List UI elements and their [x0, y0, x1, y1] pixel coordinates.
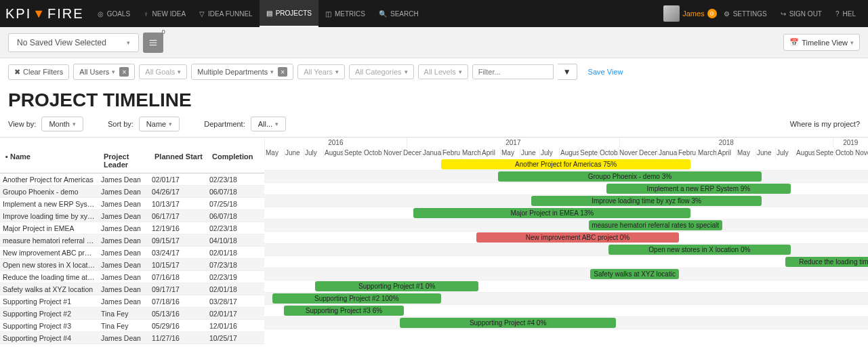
col-start[interactable]: Planned Start	[153, 151, 211, 170]
sliders-icon[interactable]	[143, 33, 163, 53]
nav-sign-out[interactable]: ↪SIGN OUT	[774, 0, 829, 27]
cell-start: 07/18/16	[149, 297, 207, 306]
gantt-bar[interactable]: Safety walks at XYZ locatic	[590, 269, 679, 279]
table-row[interactable]: Major Project in EMEAJames Dean12/19/160…	[0, 222, 264, 234]
departments-filter[interactable]: Multiple Departments▾×	[191, 64, 293, 80]
categories-filter[interactable]: All Categories▾	[349, 64, 413, 79]
table-row[interactable]: Implement a new ERP SystemJames Dean10/1…	[0, 198, 264, 210]
nav-settings[interactable]: ⚙SETTINGS	[717, 0, 774, 27]
goals-filter[interactable]: All Goals▾	[139, 64, 187, 79]
month-label: Febru	[441, 148, 461, 159]
year-header-row: 2016201720182019	[264, 138, 868, 148]
cell-end: 07/25/18	[207, 200, 264, 208]
cell-leader: James Dean	[98, 285, 149, 293]
filter-apply-button[interactable]: ▼	[558, 64, 577, 80]
nav-metrics[interactable]: ◫METRICS	[318, 0, 372, 27]
gantt-bar[interactable]: Implement a new ERP System 9%	[606, 184, 791, 194]
sort-by-value: Name	[146, 120, 166, 128]
cell-start: 11/27/16	[149, 334, 207, 342]
avatar[interactable]	[663, 5, 680, 22]
table-row[interactable]: Improve loading time by xyz fl...James D…	[0, 210, 264, 222]
table-row[interactable]: Open new stores in X locationJames Dean1…	[0, 259, 264, 271]
top-nav: KPI ▼ FIRE ◎GOALS♀NEW IDEA▽IDEA FUNNEL▤P…	[0, 0, 868, 27]
col-completion[interactable]: Completion	[211, 151, 268, 170]
month-label: March	[697, 148, 716, 159]
table-row[interactable]: Reduce the loading time at D...James Dea…	[0, 271, 264, 283]
gantt-bar[interactable]: Another Project for Americas 75%	[441, 159, 690, 169]
nav-label: METRICS	[335, 10, 365, 18]
gantt-row: Reduce the loading time at Dock A 9%	[264, 256, 868, 268]
icon: ⚙	[724, 10, 730, 18]
cell-name: Groupo Phoenix - demo	[0, 188, 98, 196]
table-row[interactable]: Supporting Project #1James Dean07/18/160…	[0, 295, 264, 308]
month-label: Febru	[677, 148, 697, 159]
funnel-icon: ▽	[199, 10, 205, 18]
gantt-bar[interactable]: Supporting Project #4 0%	[400, 318, 616, 328]
nav-label: SETTINGS	[733, 10, 767, 18]
view-by-dropdown[interactable]: Month ▾	[41, 117, 83, 131]
nav-label: HEL	[843, 10, 856, 18]
nav-idea-funnel[interactable]: ▽IDEA FUNNEL	[192, 0, 260, 27]
save-view-link[interactable]: Save View	[588, 68, 623, 76]
gantt-bar[interactable]: Groupo Phoenix - demo 3%	[498, 171, 762, 182]
gantt-chart[interactable]: 2016201720182019 MayJuneJulyAugusSepteOc…	[264, 138, 868, 344]
page-title: PROJECT TIMELINE	[8, 89, 860, 111]
sort-by-dropdown[interactable]: Name ▾	[139, 117, 180, 131]
month-label: Augus	[795, 148, 814, 159]
col-name[interactable]: ▪ Name	[4, 151, 102, 170]
table-row[interactable]: Supporting Project #4James Dean11/27/161…	[0, 332, 264, 344]
gantt-bar[interactable]: Improve loading time by xyz flow 3%	[531, 196, 761, 206]
month-label: Noven	[618, 148, 638, 159]
month-label: Octob	[834, 148, 854, 159]
nav-new-idea[interactable]: ♀NEW IDEA	[137, 0, 192, 27]
cell-name: Reduce the loading time at D...	[0, 273, 98, 281]
cell-name: Supporting Project #1	[0, 297, 98, 306]
filter-input[interactable]	[472, 64, 554, 79]
nav-goals[interactable]: ◎GOALS	[91, 0, 137, 27]
user-name[interactable]: James	[682, 9, 704, 18]
table-row[interactable]: Safety walks at XYZ locationJames Dean09…	[0, 283, 264, 295]
table-row[interactable]: New improvement ABC proje...James Dean03…	[0, 247, 264, 259]
table-row[interactable]: Groupo Phoenix - demoJames Dean04/26/170…	[0, 186, 264, 198]
nav-items: ◎GOALS♀NEW IDEA▽IDEA FUNNEL▤PROJECTS◫MET…	[91, 0, 426, 27]
table-row[interactable]: Supporting Project #3Tina Fey05/29/1612/…	[0, 320, 264, 332]
cell-name: Supporting Project #4	[0, 334, 98, 342]
users-filter-label: All Users	[79, 68, 109, 76]
close-icon[interactable]: ×	[278, 67, 287, 77]
nav-projects[interactable]: ▤PROJECTS	[260, 0, 318, 27]
users-filter[interactable]: All Users▾×	[73, 64, 135, 80]
close-icon[interactable]: ×	[119, 67, 129, 77]
notification-badge[interactable]: 0	[707, 9, 717, 18]
gantt-bar[interactable]: Open new stores in X location 0%	[608, 245, 791, 255]
gantt-bar[interactable]: measure hematori referral rates to speci…	[589, 220, 722, 230]
levels-filter-label: All Levels	[424, 68, 456, 76]
gantt-bar[interactable]: Reduce the loading time at Dock A 9%	[785, 257, 869, 267]
gantt-bar[interactable]: Supporting Project #3 6%	[284, 306, 404, 316]
nav-label: SEARCH	[390, 10, 419, 18]
cell-end: 12/01/16	[207, 322, 264, 330]
gantt-bar[interactable]: New improvement ABC project 0%	[476, 232, 679, 243]
gantt-bar[interactable]: Supporting Project #2 100%	[272, 293, 441, 304]
nav-hel[interactable]: ?HEL	[829, 0, 863, 27]
filter-icon: ▼	[563, 67, 571, 77]
clear-filters-button[interactable]: ✖ Clear Filters	[8, 64, 69, 80]
cell-leader: James Dean	[98, 188, 149, 196]
gantt-bar[interactable]: Supporting Project #1 0%	[315, 281, 478, 291]
nav-search[interactable]: 🔍SEARCH	[372, 0, 426, 27]
where-is-my-project-link[interactable]: Where is my project?	[790, 120, 860, 128]
logo[interactable]: KPI ▼ FIRE	[5, 6, 84, 22]
gantt-bar[interactable]: Major Project in EMEA 13%	[413, 208, 690, 218]
table-row[interactable]: Supporting Project #2Tina Fey05/13/1602/…	[0, 308, 264, 320]
timeline-view-button[interactable]: 📅 Timeline View ▾	[783, 34, 860, 51]
years-filter[interactable]: All Years▾	[297, 64, 345, 79]
saved-view-dropdown[interactable]: No Saved View Selected ▾	[8, 33, 139, 52]
department-dropdown[interactable]: All... ▾	[251, 117, 286, 131]
table-row[interactable]: Another Project for AmericasJames Dean02…	[0, 173, 264, 186]
table-row[interactable]: measure hematori referral rate...James D…	[0, 234, 264, 247]
cell-end: 02/01/17	[207, 310, 264, 318]
col-leader[interactable]: Project Leader	[102, 151, 153, 170]
levels-filter[interactable]: All Levels▾	[418, 64, 468, 79]
cell-end: 06/07/18	[207, 188, 264, 196]
cell-name: New improvement ABC proje...	[0, 249, 98, 257]
cell-leader: James Dean	[98, 236, 149, 245]
